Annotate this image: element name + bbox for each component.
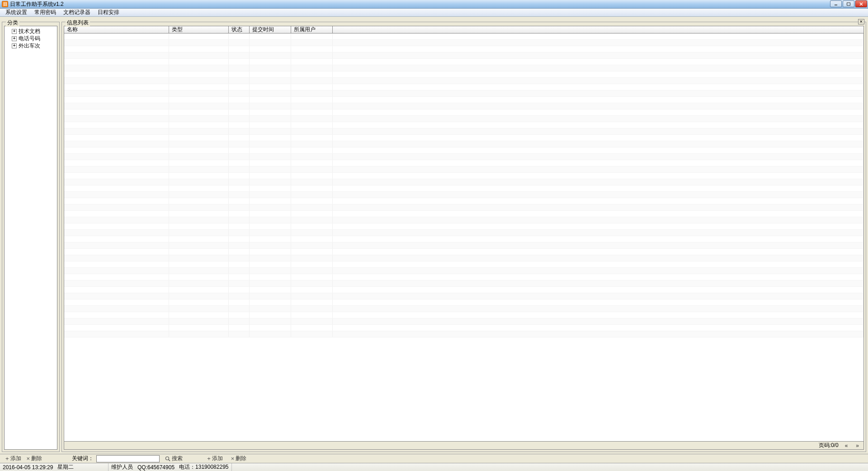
table-row[interactable]	[64, 300, 863, 306]
table-row[interactable]	[64, 90, 863, 97]
tree-label: 电话号码	[19, 35, 40, 43]
statusbar: 2016-04-05 13:29:29 星期二 维护人员 QQ:64567490…	[0, 463, 868, 471]
table-row[interactable]	[64, 230, 863, 236]
tree-add-button[interactable]: + 添加	[3, 454, 24, 463]
table-row[interactable]	[64, 331, 863, 338]
minimize-button[interactable]	[830, 0, 842, 7]
table-row[interactable]	[64, 281, 863, 287]
tree-label: 技术文档	[19, 28, 40, 35]
table-row[interactable]	[64, 186, 863, 192]
menu-system-settings[interactable]: 系统设置	[2, 8, 31, 17]
search-label: 关键词：	[72, 455, 94, 462]
table-row[interactable]	[64, 179, 863, 186]
table-row[interactable]	[64, 147, 863, 154]
table-row[interactable]	[64, 122, 863, 128]
table-row[interactable]	[64, 52, 863, 59]
col-name[interactable]: 名称	[64, 26, 169, 33]
table-row[interactable]	[64, 224, 863, 230]
table-row[interactable]	[64, 205, 863, 211]
status-phone: 电话：13190082295	[179, 463, 228, 471]
table-row[interactable]	[64, 287, 863, 293]
table-row[interactable]	[64, 306, 863, 312]
search-group: 关键词： 搜索 + 添加 × 删除	[72, 454, 249, 463]
page-next-button[interactable]: »	[854, 442, 861, 449]
info-list-legend: 信息列表	[66, 19, 90, 27]
col-owner[interactable]: 所属用户	[291, 26, 333, 33]
table-row[interactable]	[64, 173, 863, 179]
table-row[interactable]	[64, 167, 863, 173]
window-title: 日常工作助手系统v1.2	[10, 0, 64, 8]
table-row[interactable]	[64, 59, 863, 65]
table-row[interactable]	[64, 33, 863, 40]
table-row[interactable]	[64, 116, 863, 122]
table-row[interactable]	[64, 243, 863, 249]
menu-doc-recorder[interactable]: 文档记录器	[60, 8, 94, 17]
pager: 页码:0/0 « »	[64, 442, 864, 450]
table-row[interactable]	[64, 262, 863, 268]
maximize-button[interactable]	[843, 0, 854, 7]
search-button[interactable]: 搜索	[162, 454, 185, 463]
menu-schedule[interactable]: 日程安排	[94, 8, 123, 17]
table-row[interactable]	[64, 274, 863, 281]
table-row[interactable]	[64, 141, 863, 147]
search-input[interactable]	[96, 455, 160, 462]
table-row[interactable]	[64, 217, 863, 224]
list-add-button[interactable]: + 添加	[204, 454, 226, 463]
table-row[interactable]	[64, 109, 863, 116]
col-blank[interactable]	[333, 26, 864, 33]
list-delete-label: 删除	[236, 455, 246, 462]
list-delete-button[interactable]: × 删除	[228, 454, 250, 463]
tree-item-tech-doc[interactable]: + 技术文档	[5, 28, 56, 35]
status-maintainer-label: 维护人员	[111, 463, 133, 471]
table-row[interactable]	[64, 128, 863, 135]
plus-icon: +	[5, 455, 9, 462]
status-datetime: 2016-04-05 13:29:29	[3, 464, 53, 471]
expand-icon[interactable]: +	[12, 36, 17, 41]
status-qq: QQ:645674905	[137, 464, 175, 471]
tree-delete-button[interactable]: × 删除	[24, 454, 45, 463]
panel-close-button[interactable]: ✕	[858, 19, 864, 24]
table-row[interactable]	[64, 293, 863, 300]
table-row[interactable]	[64, 65, 863, 71]
category-tree[interactable]: + 技术文档 + 电话号码 + 外出车次	[4, 26, 57, 450]
titlebar: 日 日常工作助手系统v1.2	[0, 0, 868, 9]
tree-item-trip[interactable]: + 外出车次	[5, 42, 56, 49]
col-type[interactable]: 类型	[169, 26, 229, 33]
table-row[interactable]	[64, 46, 863, 52]
table-row[interactable]	[64, 319, 863, 325]
x-icon: ×	[27, 455, 30, 462]
table-row[interactable]	[64, 103, 863, 109]
table-row[interactable]	[64, 249, 863, 255]
table-row[interactable]	[64, 160, 863, 167]
table-row[interactable]	[64, 236, 863, 243]
app-icon: 日	[2, 1, 8, 7]
table-row[interactable]	[64, 312, 863, 319]
status-datetime-cell: 2016-04-05 13:29:29 星期二	[0, 463, 108, 471]
tree-item-phone[interactable]: + 电话号码	[5, 35, 56, 42]
table-body[interactable]	[64, 33, 864, 442]
table-row[interactable]	[64, 84, 863, 90]
table-row[interactable]	[64, 192, 863, 198]
svg-rect-1	[847, 3, 850, 5]
table-row[interactable]	[64, 71, 863, 78]
page-label: 页码:0/0	[819, 442, 839, 449]
table-row[interactable]	[64, 135, 863, 141]
expand-icon[interactable]: +	[12, 43, 17, 48]
col-status[interactable]: 状态	[229, 26, 250, 33]
status-weekday: 星期二	[57, 463, 74, 471]
table-row[interactable]	[64, 154, 863, 160]
table-row[interactable]	[64, 97, 863, 103]
table-row[interactable]	[64, 325, 863, 331]
expand-icon[interactable]: +	[12, 29, 17, 34]
close-button[interactable]	[855, 0, 867, 7]
col-submit-time[interactable]: 提交时间	[250, 26, 291, 33]
table-row[interactable]	[64, 78, 863, 84]
table-row[interactable]	[64, 255, 863, 262]
table-row[interactable]	[64, 268, 863, 274]
table-row[interactable]	[64, 40, 863, 46]
table-row[interactable]	[64, 211, 863, 217]
menu-common-passwords[interactable]: 常用密码	[31, 8, 60, 17]
table-row[interactable]	[64, 198, 863, 205]
tree-delete-label: 删除	[31, 455, 42, 462]
page-prev-button[interactable]: «	[843, 442, 850, 449]
